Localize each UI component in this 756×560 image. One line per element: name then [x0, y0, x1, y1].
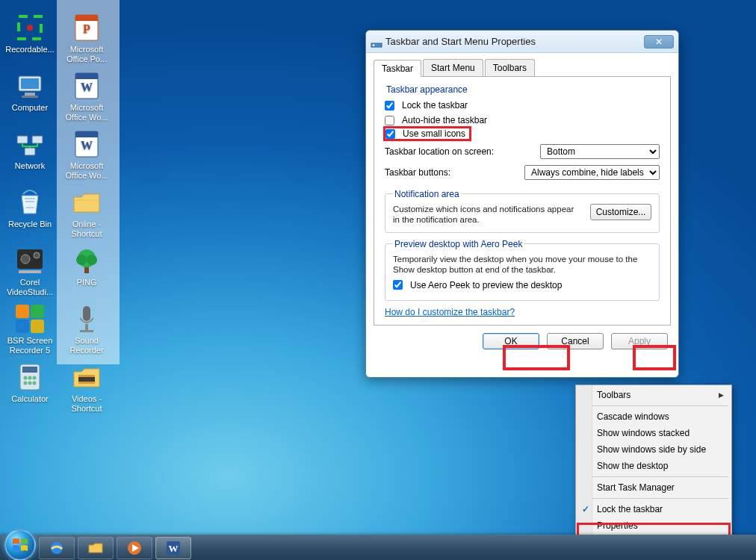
menu-properties-label: Properties — [597, 520, 638, 531]
menu-stacked-label: Show windows stacked — [597, 428, 690, 438]
desktop-icon[interactable]: PING — [60, 243, 114, 302]
svg-point-19 — [24, 376, 28, 380]
check-lock-taskbar[interactable] — [385, 101, 394, 111]
menu-stacked[interactable]: Show windows stacked — [577, 425, 730, 441]
notif-desc: Customize which icons and notifications … — [393, 204, 583, 225]
videos-icon — [71, 361, 102, 393]
folder-icon — [87, 541, 104, 556]
taskbar-mediaplayer[interactable] — [117, 537, 152, 559]
windows-logo-icon — [11, 536, 29, 554]
menu-taskmgr-label: Start Task Manager — [597, 482, 675, 493]
menu-sidebyside[interactable]: Show windows side by side — [577, 441, 730, 458]
select-taskbar-buttons[interactable]: Always combine, hide labels — [524, 165, 660, 180]
desktop-icon-label: BSR Screen Recorder 5 — [3, 336, 57, 355]
svg-rect-32 — [75, 131, 98, 137]
desktop-icon-label: Corel VideoStudi... — [3, 278, 57, 297]
select-taskbar-location[interactable]: Bottom — [540, 144, 660, 159]
check-small-icons[interactable] — [385, 129, 395, 139]
customize-button[interactable]: Customize... — [590, 204, 651, 220]
check-autohide[interactable] — [385, 116, 394, 125]
cancel-button[interactable]: Cancel — [547, 333, 604, 349]
dialog-title: Taskbar and Start Menu Properties — [385, 36, 536, 47]
desktop-icon[interactable]: Corel VideoStudi... — [3, 243, 57, 302]
svg-point-22 — [24, 382, 28, 385]
label-taskbar-location: Taskbar location on screen: — [385, 146, 494, 157]
ie-icon — [49, 540, 65, 556]
menu-sep — [579, 498, 728, 499]
svg-rect-38 — [83, 306, 90, 321]
desktop-icon-label: Calculator — [11, 394, 49, 404]
peek-desc: Temporarily view the desktop when you mo… — [393, 254, 651, 275]
folder-icon — [71, 187, 102, 218]
taskbar[interactable]: W — [0, 535, 756, 560]
check-aero-peek[interactable] — [393, 280, 403, 290]
desktop-icon[interactable]: WMicrosoft Office Wo... — [60, 69, 114, 127]
corel-icon — [14, 245, 46, 276]
menu-sep — [579, 476, 728, 477]
desktop-icon[interactable]: Sound Recorder — [60, 302, 114, 360]
taskbar-explorer[interactable] — [78, 537, 114, 559]
desktop-icon-label: Recordable... — [5, 45, 54, 55]
tab-startmenu[interactable]: Start Menu — [423, 59, 483, 76]
desktop-icon[interactable]: Online - Shortcut — [60, 185, 114, 243]
menu-toolbars-label: Toolbars — [597, 390, 630, 400]
desktop-icon[interactable]: Recycle Bin — [3, 185, 57, 243]
desktop-icon-label: Computer — [12, 103, 48, 113]
desktop-icon[interactable]: Videos - Shortcut — [60, 360, 114, 418]
tab-toolbars[interactable]: Toolbars — [485, 59, 535, 76]
desktop-icon[interactable]: BSR Screen Recorder 5 — [3, 302, 57, 360]
label-small-icons: Use small icons — [403, 128, 465, 139]
menu-toolbars[interactable]: Toolbars — [577, 387, 730, 403]
tab-panel: Taskbar appearance Lock the taskbar Auto… — [374, 77, 671, 326]
close-button[interactable]: ✕ — [644, 35, 674, 49]
desktop-icon[interactable]: Network — [3, 127, 57, 185]
group-appearance-title: Taskbar appearance — [385, 84, 660, 95]
menu-properties[interactable]: Properties — [577, 517, 730, 534]
menu-lock-taskbar[interactable]: ✓Lock the taskbar — [577, 501, 730, 517]
svg-rect-42 — [78, 375, 95, 377]
network-icon — [14, 128, 46, 160]
start-button[interactable] — [4, 529, 36, 561]
desktop-icon[interactable]: Calculator — [3, 360, 57, 418]
desktop-icon[interactable]: WMicrosoft Office Wo... — [60, 127, 114, 185]
desktop-icon-label: Recycle Bin — [8, 220, 52, 229]
ok-button[interactable]: OK — [483, 333, 539, 349]
menu-cascade[interactable]: Cascade windows — [577, 408, 730, 425]
svg-rect-3 — [21, 78, 39, 89]
svg-point-45 — [373, 44, 375, 46]
word-icon: W — [165, 540, 182, 556]
computer-icon — [14, 70, 46, 102]
desktop-icon-label: Sound Recorder — [60, 336, 114, 355]
desktop: Recordable...ComputerNetworkRecycle BinC… — [0, 0, 127, 538]
word-icon: W — [71, 128, 102, 160]
desktop-icon[interactable]: PMicrosoft Office Po... — [60, 10, 114, 69]
label-taskbar-buttons: Taskbar buttons: — [385, 167, 450, 178]
taskbar-properties-dialog: Taskbar and Start Menu Properties ✕ Task… — [365, 30, 679, 378]
desktop-icon-label: Microsoft Office Po... — [60, 45, 114, 64]
desktop-icon-label: Microsoft Office Wo... — [60, 161, 114, 181]
desktop-icon[interactable]: Computer — [3, 69, 57, 127]
apply-button[interactable]: Apply — [611, 333, 668, 349]
taskbar-ie[interactable] — [39, 537, 75, 559]
svg-point-20 — [28, 376, 32, 380]
pptx-icon: P — [71, 12, 102, 43]
desktop-icon[interactable]: Recordable... — [3, 10, 57, 69]
taskbar-word[interactable]: W — [155, 537, 191, 559]
svg-point-37 — [87, 255, 97, 265]
menu-showdesktop[interactable]: Show the desktop — [577, 458, 730, 474]
svg-rect-12 — [19, 270, 41, 273]
svg-rect-29 — [75, 73, 98, 79]
menu-taskmanager[interactable]: Start Task Manager — [577, 479, 730, 496]
tree-icon — [71, 245, 102, 276]
dialog-titlebar[interactable]: Taskbar and Start Menu Properties ✕ — [366, 31, 678, 53]
checkmark-icon: ✓ — [582, 504, 589, 514]
help-link[interactable]: How do I customize the taskbar? — [385, 307, 515, 317]
dialog-button-row: OK Cancel Apply — [374, 333, 671, 354]
group-notif-title: Notification area — [393, 189, 461, 199]
tab-taskbar[interactable]: Taskbar — [374, 60, 421, 77]
group-aero-peek: Preview desktop with Aero Peek Temporari… — [385, 239, 660, 301]
svg-rect-6 — [17, 136, 28, 143]
record-icon — [14, 12, 46, 43]
label-lock-taskbar: Lock the taskbar — [402, 100, 468, 111]
svg-point-21 — [33, 376, 37, 380]
